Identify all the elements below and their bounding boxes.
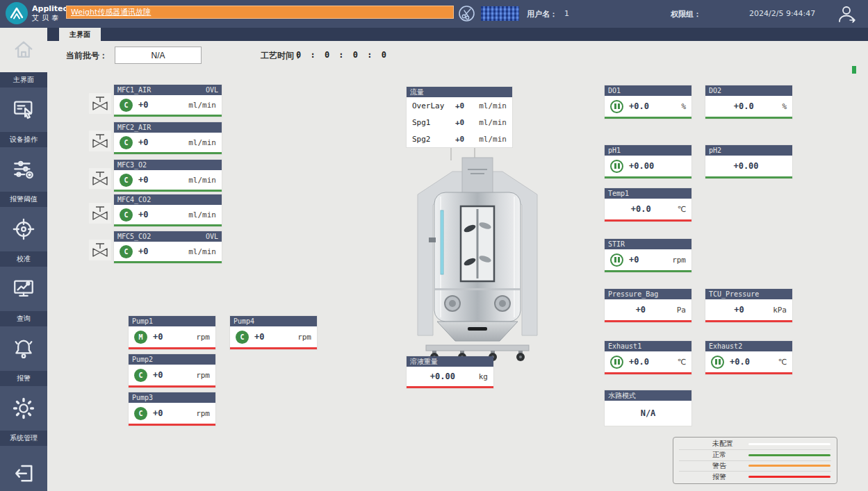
panel-header: Temp1 xyxy=(605,188,691,199)
mfc-value[interactable]: +0 xyxy=(138,210,148,219)
pause-icon[interactable] xyxy=(610,356,623,369)
mode-indicator[interactable]: C xyxy=(134,407,147,420)
batch-input[interactable] xyxy=(115,47,202,64)
sensor-unit: ℃ xyxy=(778,358,787,367)
sidebar-item-alarm-threshold[interactable]: 报警阈值 xyxy=(0,147,47,207)
panel-header: MFC2_AIR xyxy=(114,122,222,133)
flow-panel: 流量 OverLay +0 ml/min Spg1 +0 ml/min Spg2… xyxy=(407,87,512,147)
user-switch-icon[interactable] xyxy=(836,3,857,24)
mfc1-panel: MFC1_AIROVL C+0ml/min xyxy=(114,85,222,117)
sensor-unit: ℃ xyxy=(678,205,686,214)
valve-icon[interactable] xyxy=(89,93,111,114)
sensor-unit: Pa xyxy=(677,306,686,315)
mfc-value[interactable]: +0 xyxy=(138,247,148,256)
panel-header: pH1 xyxy=(605,145,691,156)
sensor-value: +0.0 xyxy=(711,101,776,111)
sidebar-item-calibration[interactable]: 校准 xyxy=(0,207,47,267)
valve-icon[interactable] xyxy=(89,131,111,151)
status-underline xyxy=(129,424,215,426)
mode-indicator[interactable]: C xyxy=(120,208,133,222)
sidebar: 主界面 设备操作 报警阈值 校准 查询 xyxy=(0,28,47,491)
sidebar-item-device-operation[interactable]: 设备操作 xyxy=(0,88,47,147)
valve-icon[interactable] xyxy=(89,203,111,224)
permission-label: 权限组： xyxy=(671,9,701,19)
alarm-mute-icon[interactable] xyxy=(458,5,475,22)
sidebar-item-alarm[interactable]: 报警 xyxy=(0,326,47,386)
panel-title: 溶液重量 xyxy=(410,356,438,367)
flow-value: +0 xyxy=(455,101,476,110)
panel-header: MFC3_O2 xyxy=(114,160,222,170)
edge-status-indicator xyxy=(852,66,856,74)
sidebar-item-label: 报警 xyxy=(0,371,47,386)
mfc2-block: MFC2_AIR C+0ml/min xyxy=(89,122,222,154)
weight-value: +0.00 xyxy=(412,372,473,381)
sensor-value[interactable]: +0.00 xyxy=(629,161,654,171)
device-operation-icon xyxy=(0,88,47,132)
mfc-value[interactable]: +0 xyxy=(138,175,148,185)
main-content: 当前批号： 工艺时间： 0 : 0 : 0 : 0 MFC1_AIROVL C+… xyxy=(47,41,868,491)
app-logo: Applitech 艾贝泰 xyxy=(6,2,73,24)
sidebar-item-query[interactable]: 查询 xyxy=(0,267,47,326)
pause-icon[interactable] xyxy=(610,100,623,113)
status-underline xyxy=(605,270,691,272)
sensor-value: +0.00 xyxy=(711,161,781,171)
panel-title: MFC3_O2 xyxy=(117,160,147,170)
sidebar-item-label: 设备操作 xyxy=(0,132,47,147)
mfc3-panel: MFC3_O2 C+0ml/min xyxy=(114,160,222,192)
mode-indicator[interactable]: C xyxy=(120,136,133,149)
panel-header: Pump3 xyxy=(129,392,215,403)
process-time-value: 0 : 0 : 0 : 0 xyxy=(296,50,388,60)
tab-main-screen[interactable]: 主界面 xyxy=(59,28,101,41)
status-underline xyxy=(705,372,792,374)
pump1-panel: Pump1 M+0rpm xyxy=(129,316,215,349)
blurred-region xyxy=(481,6,519,21)
pump-value[interactable]: +0 xyxy=(153,370,163,380)
ovl-badge: OVL xyxy=(206,231,218,242)
pressure-bag-panel: Pressure_Bag +0Pa xyxy=(605,289,691,322)
sidebar-item-main-screen[interactable]: 主界面 xyxy=(0,28,47,88)
panel-title: Exhaust2 xyxy=(709,341,742,351)
sensor-value[interactable]: +0.0 xyxy=(629,101,649,111)
panel-title: MFC2_AIR xyxy=(117,122,151,133)
logout-exit-icon[interactable] xyxy=(0,459,47,487)
panel-header: Exhaust2 xyxy=(705,341,792,351)
mode-indicator[interactable]: C xyxy=(236,331,249,344)
mode-indicator[interactable]: C xyxy=(120,99,133,112)
sensor-value[interactable]: +0 xyxy=(629,255,639,265)
pause-icon[interactable] xyxy=(610,253,623,267)
pump-unit: rpm xyxy=(196,371,210,380)
sensor-value: +0 xyxy=(610,305,671,315)
legend-label: 未配置 xyxy=(712,439,748,449)
pause-icon[interactable] xyxy=(711,356,724,369)
valve-icon[interactable] xyxy=(89,168,111,189)
mode-indicator[interactable]: M xyxy=(134,331,147,344)
alarm-banner[interactable]: Weight传感器通讯故障 xyxy=(66,6,454,19)
mfc-value[interactable]: +0 xyxy=(138,138,148,147)
pump-value[interactable]: +0 xyxy=(254,332,264,342)
legend-line-normal xyxy=(748,454,830,456)
sidebar-item-system-management[interactable]: 系统管理 xyxy=(0,386,47,446)
pump-unit: rpm xyxy=(297,333,311,342)
status-underline xyxy=(230,347,317,349)
mfc-value[interactable]: +0 xyxy=(138,100,148,110)
mode-indicator[interactable]: C xyxy=(120,245,133,258)
mode-indicator[interactable]: C xyxy=(134,369,147,382)
bioreactor-image xyxy=(398,156,557,362)
pump-value[interactable]: +0 xyxy=(153,332,163,342)
sensor-value[interactable]: +0.0 xyxy=(629,357,649,367)
mfc3-block: MFC3_O2 C+0ml/min xyxy=(89,160,222,192)
calibration-crosshair-icon xyxy=(0,207,47,251)
pump-value[interactable]: +0 xyxy=(153,408,163,418)
datetime: 2024/2/5 9:44:47 xyxy=(749,9,815,18)
panel-header: Pressure_Bag xyxy=(605,289,691,299)
pause-icon[interactable] xyxy=(610,160,623,173)
valve-icon[interactable] xyxy=(89,240,111,260)
pump3-panel: Pump3 C+0rpm xyxy=(129,392,215,426)
flow-unit: ml/min xyxy=(479,101,507,110)
panel-header: Pump2 xyxy=(129,354,215,365)
mfc5-panel: MFC5_CO2OVL C+0ml/min xyxy=(114,231,222,263)
mode-indicator[interactable]: C xyxy=(120,174,133,187)
sensor-value[interactable]: +0.0 xyxy=(730,357,750,367)
legend-label: 正常 xyxy=(712,450,748,460)
legend-row: 正常 xyxy=(679,449,831,460)
